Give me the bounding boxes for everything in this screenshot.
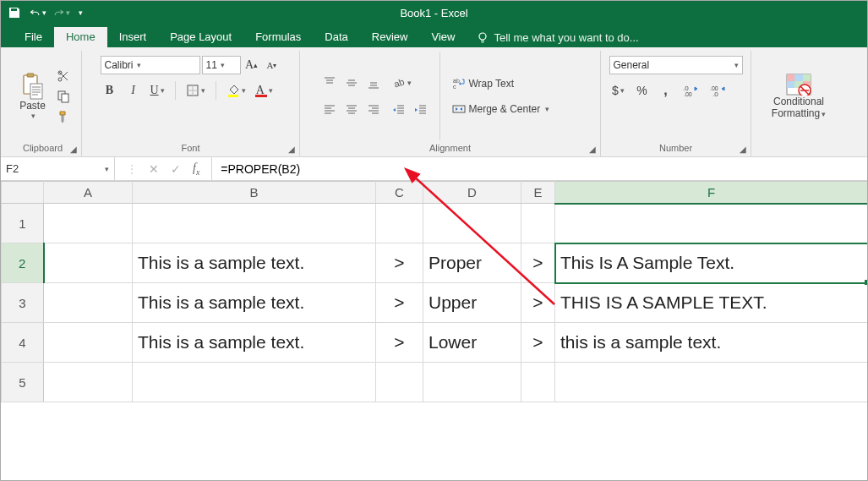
tab-view[interactable]: View — [419, 27, 467, 47]
accounting-format-button[interactable]: $▾ — [609, 81, 628, 100]
number-format-combo[interactable]: General▾ — [609, 56, 743, 74]
enter-formula-button[interactable]: ✓ — [171, 162, 181, 176]
cell-A1[interactable] — [44, 204, 133, 243]
cell-B3[interactable]: This is a sample text. — [133, 283, 376, 323]
tab-data[interactable]: Data — [313, 27, 359, 47]
row-header-4[interactable]: 4 — [2, 323, 44, 363]
cell-F5[interactable] — [555, 363, 868, 402]
row-header-3[interactable]: 3 — [2, 283, 44, 323]
cell-B2[interactable]: This is a sample text. — [133, 243, 376, 283]
orientation-button[interactable]: ab▾ — [390, 74, 414, 92]
font-dialog-launcher[interactable]: ◢ — [287, 144, 297, 154]
merge-icon — [452, 102, 466, 116]
decrease-indent-button[interactable] — [390, 101, 408, 119]
select-all-corner[interactable] — [2, 182, 44, 204]
conditional-formatting-button[interactable]: Conditional Formatting▾ — [758, 59, 839, 134]
tab-page-layout[interactable]: Page Layout — [158, 27, 243, 47]
col-header-F[interactable]: F — [555, 182, 868, 204]
tab-home[interactable]: Home — [54, 27, 107, 47]
col-header-E[interactable]: E — [521, 182, 555, 204]
row-header-5[interactable]: 5 — [2, 363, 44, 402]
font-name-combo[interactable]: Calibri▾ — [101, 56, 200, 74]
cell-D3[interactable]: Upper — [423, 283, 521, 323]
align-top-button[interactable] — [320, 74, 339, 92]
copy-button[interactable] — [54, 87, 73, 106]
cell-E2[interactable]: > — [521, 243, 555, 283]
redo-button[interactable]: ▾ — [53, 4, 70, 21]
number-dialog-launcher[interactable]: ◢ — [738, 144, 748, 154]
decrease-font-size-button[interactable]: A▾ — [263, 56, 281, 74]
tab-review[interactable]: Review — [360, 27, 420, 47]
increase-font-size-button[interactable]: A▴ — [243, 56, 261, 74]
percent-format-button[interactable]: % — [633, 81, 652, 100]
tab-formulas[interactable]: Formulas — [243, 27, 313, 47]
italic-button[interactable]: I — [124, 81, 143, 100]
wrap-text-button[interactable]: abc Wrap Text — [450, 74, 568, 93]
alignment-dialog-launcher[interactable]: ◢ — [587, 144, 598, 154]
cell-B4[interactable]: This is a sample text. — [133, 323, 376, 363]
cell-A5[interactable] — [44, 363, 133, 402]
comma-format-button[interactable]: , — [657, 81, 675, 100]
cell-A3[interactable] — [44, 283, 133, 323]
col-header-A[interactable]: A — [44, 182, 133, 204]
increase-decimal-button[interactable]: .0.00 — [680, 81, 702, 100]
col-header-D[interactable]: D — [423, 182, 521, 204]
align-center-button[interactable] — [342, 101, 361, 119]
bold-button[interactable]: B — [101, 81, 119, 100]
cell-E3[interactable]: > — [521, 283, 555, 323]
fill-color-button[interactable]: ▾ — [224, 81, 248, 100]
cut-button[interactable] — [54, 67, 73, 85]
cell-A4[interactable] — [44, 323, 133, 363]
group-number: General▾ $▾ % , .0.00 .00.0 Number ◢ — [601, 51, 751, 156]
tab-insert[interactable]: Insert — [107, 27, 159, 47]
align-right-button[interactable] — [364, 101, 383, 119]
cell-B5[interactable] — [133, 363, 376, 402]
underline-button[interactable]: U▾ — [148, 81, 167, 100]
row-header-2[interactable]: 2 — [2, 243, 44, 283]
cell-E5[interactable] — [521, 363, 555, 402]
qat-customize-icon[interactable]: ▾ — [79, 8, 83, 17]
cell-E4[interactable]: > — [521, 323, 555, 363]
cell-F1[interactable] — [555, 204, 868, 243]
cell-E1[interactable] — [521, 204, 555, 243]
paste-button[interactable]: Paste ▾ — [14, 68, 52, 124]
format-painter-button[interactable] — [54, 107, 73, 126]
cell-C1[interactable] — [376, 204, 423, 243]
cell-C3[interactable]: > — [376, 283, 423, 323]
row-header-1[interactable]: 1 — [2, 204, 44, 243]
merge-center-button[interactable]: Merge & Center▾ — [450, 100, 581, 118]
decrease-decimal-button[interactable]: .00.0 — [707, 81, 729, 100]
increase-indent-button[interactable] — [412, 101, 430, 119]
cell-D4[interactable]: Lower — [423, 323, 521, 363]
cancel-formula-button[interactable]: ✕ — [149, 162, 159, 176]
cell-F2[interactable]: This Is A Sample Text. — [555, 243, 868, 283]
cell-F4[interactable]: this is a sample text. — [555, 323, 868, 363]
save-icon[interactable] — [6, 4, 23, 21]
cell-C5[interactable] — [376, 363, 423, 402]
cell-D2[interactable]: Proper — [423, 243, 521, 283]
align-middle-button[interactable] — [342, 74, 361, 92]
borders-button[interactable]: ▾ — [183, 81, 208, 100]
cell-C2[interactable]: > — [376, 243, 423, 283]
tab-file[interactable]: File — [13, 27, 54, 47]
svg-text:ab: ab — [453, 78, 460, 84]
align-bottom-button[interactable] — [364, 74, 383, 92]
cell-C4[interactable]: > — [376, 323, 423, 363]
svg-rect-3 — [30, 84, 42, 99]
cell-D1[interactable] — [423, 204, 521, 243]
cell-D5[interactable] — [423, 363, 521, 402]
font-color-button[interactable]: A▾ — [254, 81, 276, 100]
tell-me-search[interactable]: Tell me what you want to do... — [467, 28, 648, 47]
name-box[interactable]: F2 ▾ — [1, 157, 115, 180]
undo-button[interactable]: ▾ — [30, 4, 46, 21]
insert-function-button[interactable]: fx — [193, 161, 199, 177]
clipboard-dialog-launcher[interactable]: ◢ — [68, 144, 79, 154]
formula-bar-input[interactable] — [212, 157, 867, 180]
font-size-combo[interactable]: 11▾ — [202, 56, 241, 74]
col-header-C[interactable]: C — [376, 182, 423, 204]
cell-A2[interactable] — [44, 243, 133, 283]
align-left-button[interactable] — [320, 101, 339, 119]
cell-B1[interactable] — [133, 204, 376, 243]
col-header-B[interactable]: B — [133, 182, 376, 204]
cell-F3[interactable]: THIS IS A SAMPLE TEXT. — [555, 283, 868, 323]
